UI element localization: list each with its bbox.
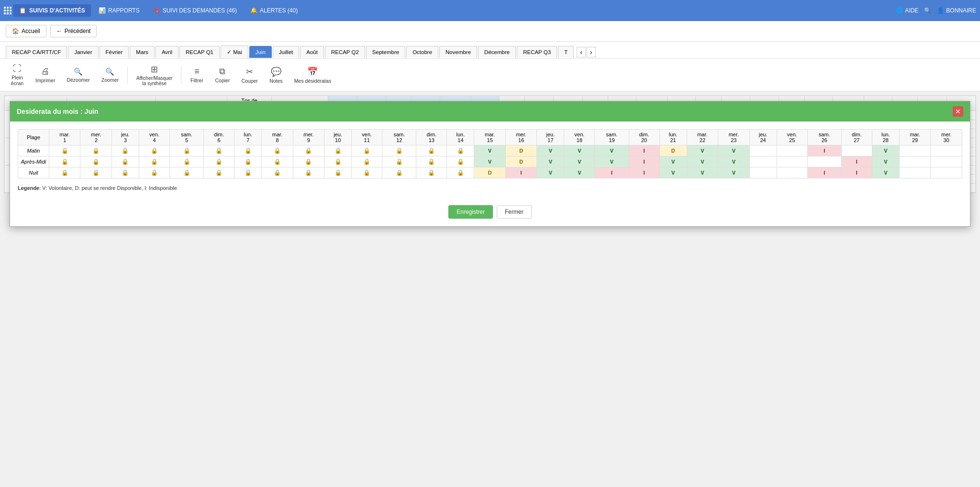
desid-cell-6[interactable]: 🔒 [204,156,234,167]
tab-recap-q3[interactable]: RECAP Q3 [517,46,557,58]
desid-cell-24[interactable] [749,167,777,178]
desid-cell-15[interactable]: V [474,145,505,156]
desid-cell-5[interactable]: 🔒 [170,145,204,156]
desid-cell-19[interactable]: V [595,156,629,167]
desid-cell-20[interactable]: I [629,167,659,178]
desid-cell-9[interactable]: 🔒 [293,145,324,156]
tab-decembre[interactable]: Décembre [478,46,516,58]
tab-janvier[interactable]: Janvier [68,46,98,58]
desid-cell-14[interactable]: 🔒 [447,156,474,167]
desid-cell-18[interactable]: V [564,167,595,178]
tab-juillet[interactable]: Juillet [273,46,299,58]
tab-T[interactable]: T [558,46,574,58]
couper-button[interactable]: ✂ Couper [236,65,262,86]
mes-desideratas-button[interactable]: 📅 Mes désidératas [290,65,336,86]
tab-recap-ca[interactable]: RECAP CA/RTT/CF [6,46,67,58]
desid-cell-3[interactable]: 🔒 [111,167,139,178]
apps-icon[interactable] [4,7,11,14]
desid-cell-17[interactable]: V [537,167,564,178]
desid-cell-3[interactable]: 🔒 [111,156,139,167]
desid-cell-3[interactable]: 🔒 [111,145,139,156]
modal-close-button[interactable]: ✕ [953,106,963,117]
desid-cell-7[interactable]: 🔒 [234,167,262,178]
desid-cell-25[interactable] [777,167,807,178]
desid-cell-27[interactable] [841,145,872,156]
desid-cell-23[interactable]: V [718,156,749,167]
desid-cell-25[interactable] [777,156,807,167]
precedent-button[interactable]: ← Précédent [50,25,97,37]
desid-cell-29[interactable] [899,156,930,167]
desid-cell-17[interactable]: V [537,145,564,156]
tab-septembre[interactable]: Septembre [366,46,405,58]
desid-cell-4[interactable]: 🔒 [139,145,169,156]
desid-cell-30[interactable] [931,156,962,167]
navbar-rapports[interactable]: 📊 RAPPORTS [93,4,145,17]
desid-cell-9[interactable]: 🔒 [293,167,324,178]
tab-recap-q2[interactable]: RECAP Q2 [325,46,365,58]
desid-cell-18[interactable]: V [564,145,595,156]
tabs-next-button[interactable]: › [587,47,596,57]
desid-cell-16[interactable]: I [505,167,536,178]
desid-cell-30[interactable] [931,167,962,178]
aide-button[interactable]: 🌐 AIDE [896,7,918,14]
desid-cell-23[interactable]: V [718,145,749,156]
desid-cell-20[interactable]: I [629,156,659,167]
desid-cell-28[interactable]: V [872,167,899,178]
desid-cell-1[interactable]: 🔒 [49,167,80,178]
copier-button[interactable]: ⧉ Copier [210,65,234,85]
desid-cell-13[interactable]: 🔒 [416,145,447,156]
desid-cell-21[interactable]: D [659,145,687,156]
desid-cell-26[interactable] [807,156,841,167]
desid-cell-17[interactable]: V [537,156,564,167]
desid-cell-22[interactable]: V [687,145,718,156]
filtrer-button[interactable]: ≡ Filtrer [185,65,208,85]
desid-cell-29[interactable] [899,167,930,178]
desid-cell-6[interactable]: 🔒 [204,145,234,156]
desid-cell-28[interactable]: V [872,145,899,156]
desid-cell-13[interactable]: 🔒 [416,156,447,167]
desid-cell-27[interactable]: I [841,156,872,167]
desid-cell-21[interactable]: V [659,156,687,167]
search-button[interactable]: 🔍 [924,7,931,14]
desid-cell-15[interactable]: D [474,167,505,178]
notes-button[interactable]: 💬 Notes [265,65,288,86]
desid-cell-28[interactable]: V [872,156,899,167]
desid-cell-24[interactable] [749,145,777,156]
zoomer-button[interactable]: 🔍 Zoomer [97,66,123,85]
tab-octobre[interactable]: Octobre [406,46,438,58]
desid-cell-11[interactable]: 🔒 [352,145,382,156]
desid-cell-14[interactable]: 🔒 [447,167,474,178]
desid-cell-10[interactable]: 🔒 [324,145,352,156]
tab-mars[interactable]: Mars [130,46,155,58]
tab-juin[interactable]: Juin [249,46,272,58]
desid-cell-8[interactable]: 🔒 [262,156,293,167]
desid-cell-12[interactable]: 🔒 [382,156,416,167]
desid-cell-5[interactable]: 🔒 [170,167,204,178]
desid-cell-1[interactable]: 🔒 [49,145,80,156]
desid-cell-2[interactable]: 🔒 [80,167,111,178]
desid-cell-16[interactable]: D [505,156,536,167]
tab-mai[interactable]: ✓ Mai [221,45,248,58]
enregistrer-button[interactable]: Enregistrer [448,205,493,219]
desid-cell-13[interactable]: 🔒 [416,167,447,178]
desid-cell-30[interactable] [931,145,962,156]
desid-cell-11[interactable]: 🔒 [352,167,382,178]
desid-cell-5[interactable]: 🔒 [170,156,204,167]
desid-cell-16[interactable]: D [505,145,536,156]
desid-cell-19[interactable]: I [595,167,629,178]
tab-aout[interactable]: Août [300,46,324,58]
desid-cell-4[interactable]: 🔒 [139,167,169,178]
imprimer-button[interactable]: 🖨 Imprimer [31,65,60,85]
desid-cell-12[interactable]: 🔒 [382,167,416,178]
tab-fevrier[interactable]: Février [100,46,129,58]
desid-cell-19[interactable]: V [595,145,629,156]
desid-cell-7[interactable]: 🔒 [234,156,262,167]
tab-novembre[interactable]: Novembre [439,46,477,58]
tab-recap-q1[interactable]: RECAP Q1 [179,46,220,58]
desid-cell-26[interactable]: I [807,145,841,156]
desid-cell-4[interactable]: 🔒 [139,156,169,167]
user-button[interactable]: 👤 BONNAIRE [937,7,976,14]
desid-cell-27[interactable]: I [841,167,872,178]
desid-cell-7[interactable]: 🔒 [234,145,262,156]
desid-cell-24[interactable] [749,156,777,167]
